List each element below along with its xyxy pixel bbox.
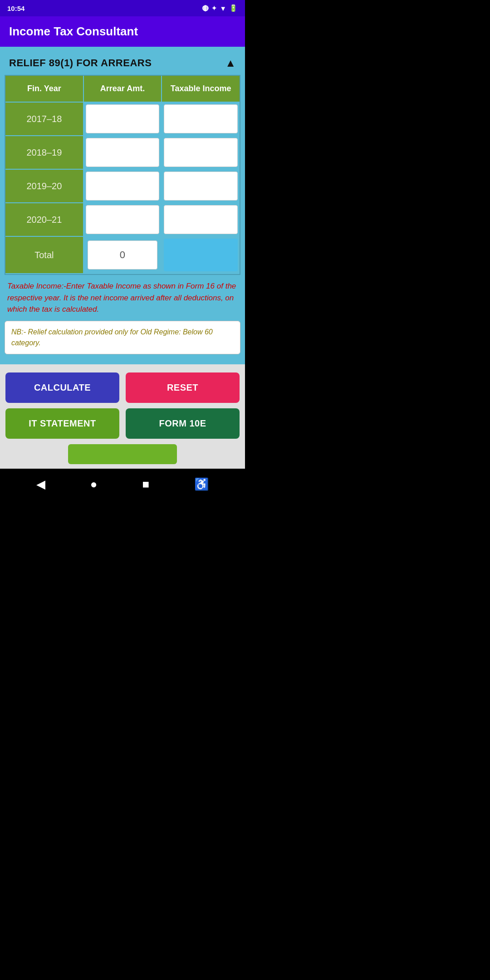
taxable-field-2020[interactable] <box>164 205 238 234</box>
arrear-input-2019 <box>84 170 162 202</box>
status-time: 10:54 <box>7 5 24 12</box>
total-row: Total 0 <box>5 237 240 273</box>
col-header-year: Fin. Year <box>5 76 83 102</box>
taxable-input-2020 <box>162 203 240 236</box>
total-taxable-placeholder <box>164 239 238 271</box>
table-row: 2017–18 <box>5 103 240 135</box>
nb-text: NB:- Relief calculation provided only fo… <box>11 327 234 348</box>
table-row: 2018–19 <box>5 136 240 169</box>
bluetooth-icon2: ✦ <box>211 5 217 12</box>
taxable-input-2019 <box>162 170 240 202</box>
taxable-field-2019[interactable] <box>164 172 238 201</box>
form10e-button[interactable]: FORM 10E <box>126 408 240 439</box>
taxable-field-2017[interactable] <box>164 104 238 133</box>
arrear-field-2019[interactable] <box>86 172 160 201</box>
arrear-field-2020[interactable] <box>86 205 160 234</box>
home-icon[interactable]: ● <box>90 477 98 491</box>
arrear-input-2020 <box>84 203 162 236</box>
it-statement-button[interactable]: IT STATEMENT <box>5 408 119 439</box>
total-value: 0 <box>88 240 158 270</box>
accessibility-icon[interactable]: ♿ <box>194 477 209 491</box>
info-text: Taxable Income:-Enter Taxable Income as … <box>5 275 240 319</box>
col-header-arrear: Arrear Amt. <box>84 76 162 102</box>
table-row: 2019–20 <box>5 170 240 202</box>
btn-row-3 <box>5 444 240 464</box>
year-2017: 2017–18 <box>5 103 83 135</box>
reset-button[interactable]: RESET <box>126 372 240 403</box>
taxable-field-2018[interactable] <box>164 138 238 167</box>
wifi-icon: ▼ <box>220 5 226 12</box>
year-2020: 2020–21 <box>5 203 83 236</box>
back-icon[interactable]: ◀ <box>36 477 45 491</box>
collapse-icon[interactable]: ▲ <box>225 57 236 69</box>
battery-icon: 🔋 <box>229 4 238 12</box>
data-table: Fin. Year Arrear Amt. Taxable Income 201… <box>5 75 240 275</box>
arrear-input-2017 <box>84 103 162 135</box>
arrear-field-2017[interactable] <box>86 104 160 133</box>
btn-row-2: IT STATEMENT FORM 10E <box>5 408 240 439</box>
total-value-cell: 0 <box>84 237 162 273</box>
nav-bar: ◀ ● ■ ♿ <box>0 469 245 500</box>
section-title: RELIEF 89(1) FOR ARREARS <box>9 57 152 69</box>
arrear-field-2018[interactable] <box>86 138 160 167</box>
year-2019: 2019–20 <box>5 170 83 202</box>
main-content: RELIEF 89(1) FOR ARREARS ▲ Fin. Year Arr… <box>0 47 245 364</box>
taxable-input-2017 <box>162 103 240 135</box>
partial-button[interactable] <box>68 444 177 464</box>
arrear-input-2018 <box>84 136 162 169</box>
recents-icon[interactable]: ■ <box>142 477 150 491</box>
table-row: 2020–21 <box>5 203 240 236</box>
section-header: RELIEF 89(1) FOR ARREARS ▲ <box>5 51 240 75</box>
total-label: Total <box>5 237 83 273</box>
year-2018: 2018–19 <box>5 136 83 169</box>
status-bar: 10:54 🔴︎ ✦ ▼ 🔋 <box>0 0 245 16</box>
calculate-button[interactable]: CALCULATE <box>5 372 119 403</box>
app-bar: Income Tax Consultant <box>0 16 245 47</box>
taxable-input-2018 <box>162 136 240 169</box>
buttons-area: CALCULATE RESET IT STATEMENT FORM 10E <box>0 364 245 469</box>
app-title: Income Tax Consultant <box>9 24 138 38</box>
status-icons: 🔴︎ ✦ ▼ 🔋 <box>202 4 238 12</box>
bluetooth-icon: 🔴︎ <box>202 5 209 12</box>
col-header-taxable: Taxable Income <box>162 76 240 102</box>
btn-row-1: CALCULATE RESET <box>5 372 240 403</box>
nb-box: NB:- Relief calculation provided only fo… <box>5 321 240 354</box>
table-header-row: Fin. Year Arrear Amt. Taxable Income <box>5 76 240 102</box>
